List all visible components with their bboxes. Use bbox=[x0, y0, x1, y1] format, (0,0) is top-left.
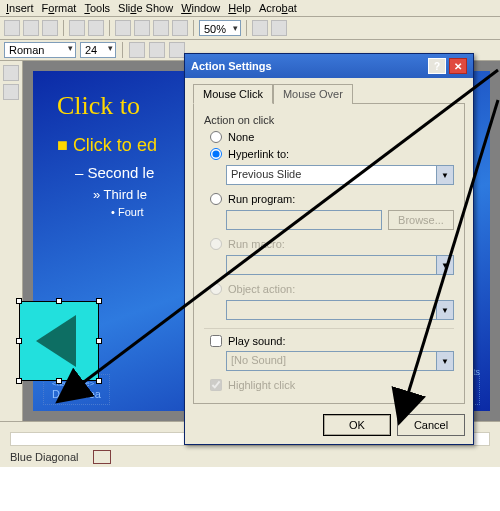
zoom-combo[interactable]: 50% bbox=[199, 20, 241, 36]
chevron-down-icon: ▼ bbox=[436, 301, 453, 319]
menu-format[interactable]: Format bbox=[42, 2, 77, 14]
check-play-sound-label: Play sound: bbox=[228, 335, 285, 347]
check-play-sound-input[interactable] bbox=[210, 335, 222, 347]
run-macro-combo: ▼ bbox=[226, 255, 454, 275]
paste-icon[interactable] bbox=[42, 20, 58, 36]
radio-none-input[interactable] bbox=[210, 131, 222, 143]
radio-hyperlink-label: Hyperlink to: bbox=[228, 148, 289, 160]
ok-button[interactable]: OK bbox=[323, 414, 391, 436]
resize-handle[interactable] bbox=[16, 298, 22, 304]
close-button[interactable]: ✕ bbox=[449, 58, 467, 74]
check-highlight-click: Highlight click bbox=[210, 379, 454, 391]
tab-panel-mouse-click: Action on click None Hyperlink to: Previ… bbox=[193, 103, 465, 404]
menu-acrobat[interactable]: Acrobat bbox=[259, 2, 297, 14]
resize-handle[interactable] bbox=[56, 378, 62, 384]
object-action-combo: ▼ bbox=[226, 300, 454, 320]
redo-icon[interactable] bbox=[88, 20, 104, 36]
chevron-down-icon: ▼ bbox=[436, 352, 453, 370]
italic-icon[interactable] bbox=[149, 42, 165, 58]
chevron-down-icon[interactable]: ▼ bbox=[436, 166, 453, 184]
outline-icon[interactable] bbox=[3, 65, 19, 81]
acrobat-icon[interactable] bbox=[271, 20, 287, 36]
insert-hyperlink-icon[interactable] bbox=[115, 20, 131, 36]
run-program-path-input bbox=[226, 210, 382, 230]
dialog-titlebar[interactable]: Action Settings ? ✕ bbox=[185, 54, 473, 78]
master-thumbnail-icon[interactable] bbox=[93, 450, 111, 464]
radio-run-program-input[interactable] bbox=[210, 193, 222, 205]
menu-slideshow[interactable]: Slide Show bbox=[118, 2, 173, 14]
font-name-combo[interactable]: Roman bbox=[4, 42, 76, 58]
radio-hyperlink[interactable]: Hyperlink to: bbox=[210, 148, 454, 160]
menu-tools[interactable]: Tools bbox=[84, 2, 110, 14]
check-highlight-click-input bbox=[210, 379, 222, 391]
tab-mouse-over[interactable]: Mouse Over bbox=[273, 84, 353, 104]
radio-hyperlink-input[interactable] bbox=[210, 148, 222, 160]
chevron-down-icon: ▼ bbox=[436, 256, 453, 274]
resize-handle[interactable] bbox=[96, 378, 102, 384]
resize-handle[interactable] bbox=[56, 298, 62, 304]
menu-help[interactable]: Help bbox=[228, 2, 251, 14]
check-play-sound[interactable]: Play sound: bbox=[210, 335, 454, 347]
radio-run-macro-input bbox=[210, 238, 222, 250]
dialog-tabs: Mouse Click Mouse Over bbox=[193, 84, 465, 104]
radio-object-action-input bbox=[210, 283, 222, 295]
cancel-button[interactable]: Cancel bbox=[397, 414, 465, 436]
menu-insert[interactable]: Insert bbox=[6, 2, 34, 14]
bold-icon[interactable] bbox=[129, 42, 145, 58]
resize-handle[interactable] bbox=[16, 378, 22, 384]
slides-icon[interactable] bbox=[3, 84, 19, 100]
radio-none[interactable]: None bbox=[210, 131, 454, 143]
resize-handle[interactable] bbox=[16, 338, 22, 344]
radio-run-program-label: Run program: bbox=[228, 193, 295, 205]
menu-window[interactable]: Window bbox=[181, 2, 220, 14]
action-button-back-shape[interactable] bbox=[19, 301, 99, 381]
font-size-combo[interactable]: 24 bbox=[80, 42, 116, 58]
check-highlight-click-label: Highlight click bbox=[228, 379, 295, 391]
chart-icon[interactable] bbox=[153, 20, 169, 36]
radio-run-program[interactable]: Run program: bbox=[210, 193, 454, 205]
radio-run-macro: Run macro: bbox=[210, 238, 454, 250]
radio-object-action: Object action: bbox=[210, 283, 454, 295]
help-icon[interactable] bbox=[252, 20, 268, 36]
action-on-click-label: Action on click bbox=[204, 114, 454, 126]
radio-object-action-label: Object action: bbox=[228, 283, 295, 295]
standard-toolbar: 50% bbox=[0, 17, 500, 40]
action-settings-dialog: Action Settings ? ✕ Mouse Click Mouse Ov… bbox=[184, 53, 474, 445]
master-name: Blue Diagonal bbox=[10, 451, 79, 463]
dialog-title: Action Settings bbox=[191, 60, 272, 72]
cut-icon[interactable] bbox=[4, 20, 20, 36]
menu-bar: Insert Format Tools Slide Show Window He… bbox=[0, 0, 500, 17]
help-button[interactable]: ? bbox=[428, 58, 446, 74]
tables-icon[interactable] bbox=[134, 20, 150, 36]
radio-none-label: None bbox=[228, 131, 254, 143]
browse-button: Browse... bbox=[388, 210, 454, 230]
tab-mouse-click[interactable]: Mouse Click bbox=[193, 84, 273, 104]
copy-icon[interactable] bbox=[23, 20, 39, 36]
new-slide-icon[interactable] bbox=[172, 20, 188, 36]
undo-icon[interactable] bbox=[69, 20, 85, 36]
play-sound-combo: [No Sound]▼ bbox=[226, 351, 454, 371]
radio-run-macro-label: Run macro: bbox=[228, 238, 285, 250]
underline-icon[interactable] bbox=[169, 42, 185, 58]
resize-handle[interactable] bbox=[96, 338, 102, 344]
hyperlink-target-combo[interactable]: Previous Slide▼ bbox=[226, 165, 454, 185]
resize-handle[interactable] bbox=[96, 298, 102, 304]
